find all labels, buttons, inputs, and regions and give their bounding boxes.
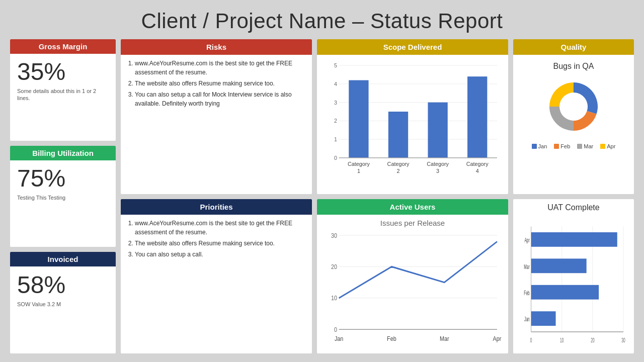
- svg-text:Category: Category: [466, 160, 489, 167]
- svg-text:0: 0: [334, 325, 337, 333]
- svg-text:Jan: Jan: [524, 315, 530, 322]
- legend-item: Feb: [554, 143, 570, 149]
- quality-header: Quality: [513, 39, 634, 55]
- scope-body: 012345Category1Category2Category3Categor…: [317, 55, 508, 194]
- svg-text:4: 4: [334, 80, 337, 87]
- svg-text:Category: Category: [348, 160, 370, 167]
- donut-title: Bugs in QA: [553, 62, 594, 71]
- quality-body: Bugs in QA JanFebMarApr: [513, 55, 634, 194]
- risks-panel: Risks www.AceYourResume.com is the best …: [121, 39, 312, 194]
- svg-text:Feb: Feb: [387, 334, 396, 342]
- uat-chart: 0102030AprMarFebJan: [518, 215, 629, 351]
- billing-body: 75% Testing This Testing: [10, 160, 116, 206]
- priorities-header: Priorities: [121, 199, 312, 215]
- svg-text:Mar: Mar: [440, 334, 449, 342]
- svg-text:3: 3: [334, 99, 337, 106]
- svg-text:Feb: Feb: [524, 289, 529, 296]
- svg-text:2: 2: [334, 118, 337, 124]
- svg-rect-18: [428, 103, 447, 158]
- kpi-column: Gross Margin 35% Some details about this…: [10, 39, 116, 353]
- priority-item: The website also offers Resume making se…: [135, 239, 306, 248]
- svg-text:10: 10: [331, 294, 337, 302]
- svg-text:1: 1: [357, 168, 360, 174]
- page-title: Client / Project Name – Status Report: [10, 5, 634, 39]
- svg-text:20: 20: [331, 262, 337, 270]
- risks-body: www.AceYourResume.com is the best site t…: [121, 55, 312, 114]
- billing-header: Billing Utilization: [10, 146, 116, 160]
- svg-text:5: 5: [334, 62, 337, 69]
- active-users-header: Active Users: [317, 199, 508, 215]
- page: Client / Project Name – Status Report Gr…: [0, 0, 644, 362]
- gross-margin-header: Gross Margin: [10, 39, 116, 54]
- risks-header: Risks: [121, 39, 312, 55]
- uat-body: UAT Complete 0102030AprMarFebJan: [513, 199, 634, 354]
- svg-rect-52: [531, 311, 556, 326]
- svg-text:Category: Category: [427, 160, 449, 167]
- dashboard-grid: Gross Margin 35% Some details about this…: [10, 39, 634, 353]
- line-chart-title: Issues per Release: [322, 219, 503, 227]
- svg-text:1: 1: [334, 136, 337, 143]
- svg-text:Apr: Apr: [493, 334, 502, 342]
- svg-rect-46: [531, 232, 617, 246]
- invoiced-header: Invoiced: [10, 252, 116, 266]
- priorities-body: www.AceYourResume.com is the best site t…: [121, 215, 312, 265]
- svg-rect-15: [388, 112, 408, 158]
- legend-item: Apr: [600, 143, 615, 149]
- svg-rect-12: [349, 80, 368, 158]
- right-column: Risks www.AceYourResume.com is the best …: [121, 39, 312, 353]
- line-chart: 0102030JanFebMarApr: [322, 229, 503, 351]
- svg-text:0: 0: [530, 336, 532, 343]
- svg-text:30: 30: [331, 231, 337, 239]
- svg-text:30: 30: [621, 336, 625, 343]
- svg-text:0: 0: [334, 154, 337, 161]
- gross-margin-desc: Some details about this in 1 or 2 lines.: [17, 87, 109, 102]
- gross-margin-body: 35% Some details about this in 1 or 2 li…: [10, 54, 116, 106]
- donut-legend: JanFebMarApr: [532, 143, 616, 149]
- active-users-panel: Active Users Issues per Release 0102030J…: [317, 199, 508, 354]
- invoiced-desc: SOW Value 3.2 M: [17, 301, 61, 308]
- svg-text:20: 20: [591, 336, 594, 343]
- svg-rect-48: [531, 258, 587, 273]
- scope-chart: 012345Category1Category2Category3Categor…: [322, 59, 503, 191]
- quality-panel: Quality Bugs in QA JanFebMarApr: [513, 39, 634, 194]
- svg-rect-50: [531, 285, 599, 299]
- svg-text:Category: Category: [387, 160, 410, 167]
- invoiced-value: 58%: [17, 272, 65, 299]
- priority-item: www.AceYourResume.com is the best site t…: [135, 219, 306, 237]
- svg-text:2: 2: [396, 168, 399, 174]
- invoiced-card: Invoiced 58% SOW Value 3.2 M: [10, 252, 116, 353]
- uat-panel: UAT Complete 0102030AprMarFebJan: [513, 199, 634, 354]
- uat-title: UAT Complete: [518, 203, 629, 212]
- svg-rect-21: [467, 76, 487, 158]
- legend-item: Mar: [577, 143, 593, 149]
- invoiced-body: 58% SOW Value 3.2 M: [10, 266, 116, 312]
- scope-panel: Scope Delivered 012345Category1Category2…: [317, 39, 508, 194]
- gross-margin-value: 35%: [17, 59, 65, 85]
- gross-margin-card: Gross Margin 35% Some details about this…: [10, 39, 116, 141]
- risk-item: You can also setup a call for Mock Inter…: [135, 90, 306, 108]
- svg-text:3: 3: [436, 168, 439, 174]
- priorities-panel: Priorities www.AceYourResume.com is the …: [121, 199, 312, 354]
- donut-chart: [541, 74, 606, 139]
- svg-text:Apr: Apr: [524, 236, 530, 243]
- donut-container: Bugs in QA JanFebMarApr: [518, 59, 629, 191]
- svg-text:10: 10: [560, 336, 564, 343]
- billing-value: 75%: [17, 165, 65, 192]
- scope-header: Scope Delivered: [317, 39, 508, 55]
- priority-item: You can also setup a call.: [135, 250, 306, 259]
- legend-item: Jan: [532, 143, 547, 149]
- billing-desc: Testing This Testing: [17, 194, 65, 201]
- risk-item: www.AceYourResume.com is the best site t…: [135, 59, 306, 77]
- svg-text:Mar: Mar: [524, 262, 530, 269]
- svg-text:Jan: Jan: [335, 334, 344, 342]
- billing-card: Billing Utilization 75% Testing This Tes…: [10, 146, 116, 247]
- svg-text:4: 4: [476, 168, 479, 174]
- active-users-body: Issues per Release 0102030JanFebMarApr: [317, 215, 508, 354]
- risk-item: The website also offers Resume making se…: [135, 79, 306, 88]
